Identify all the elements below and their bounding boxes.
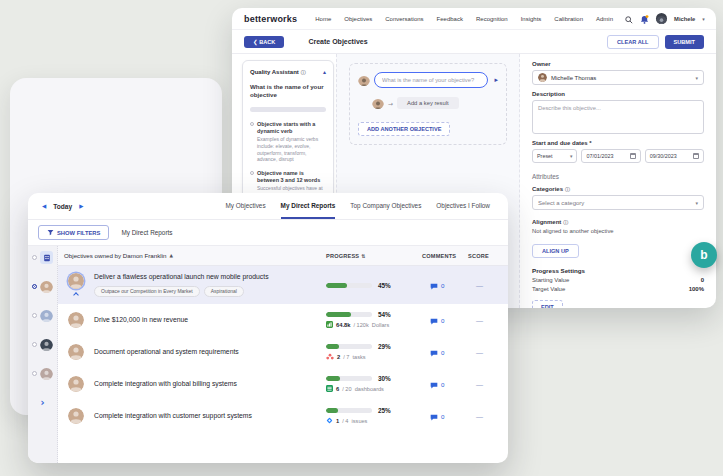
today-label[interactable]: Today bbox=[53, 203, 72, 210]
comment-count[interactable]: 0 bbox=[441, 282, 444, 289]
show-filters-button[interactable]: SHOW FILTERS bbox=[38, 225, 109, 240]
table-toolbar-filters: SHOW FILTERS My Direct Reports bbox=[28, 220, 508, 246]
objective-group: ▸ → Add a key result ADD ANOTHER OBJECTI… bbox=[349, 63, 507, 145]
comment-count[interactable]: 0 bbox=[441, 413, 444, 420]
company-icon bbox=[40, 251, 53, 264]
expand-rail-icon[interactable]: › bbox=[40, 398, 44, 408]
direct-reports-rail: › bbox=[28, 246, 58, 463]
metric-value: 2 bbox=[337, 354, 340, 360]
table-row[interactable]: Complete integration with customer suppo… bbox=[58, 400, 508, 432]
comment-count[interactable]: 0 bbox=[441, 381, 444, 388]
comment-bubble-icon bbox=[430, 343, 438, 361]
radio-button[interactable] bbox=[32, 284, 37, 289]
comments-cell[interactable]: 0 bbox=[422, 276, 468, 294]
owner-label: Owner bbox=[532, 61, 704, 67]
table-row[interactable]: Deliver a flawless operational launch ne… bbox=[58, 266, 508, 304]
user-name[interactable]: Michele bbox=[674, 16, 695, 22]
progress-bar bbox=[326, 376, 372, 381]
owner-select[interactable]: Michelle Thomas ▾ bbox=[532, 70, 704, 85]
user-avatar[interactable] bbox=[656, 13, 667, 24]
objective-tag[interactable]: Outpace our Competition in Every Market bbox=[94, 286, 200, 297]
person-avatar bbox=[40, 338, 53, 351]
sheets-dashboards-icon bbox=[326, 385, 333, 393]
comments-cell[interactable]: 0 bbox=[422, 375, 468, 393]
align-up-button[interactable]: ALIGN UP bbox=[532, 244, 579, 258]
check-circle-icon bbox=[250, 171, 254, 175]
nav-item-feedback[interactable]: Feedback bbox=[437, 16, 463, 22]
chevron-down-icon[interactable]: ▾ bbox=[702, 16, 705, 22]
submit-button[interactable]: SUBMIT bbox=[665, 35, 704, 49]
comments-cell[interactable]: 0 bbox=[422, 311, 468, 329]
radio-button[interactable] bbox=[32, 342, 37, 347]
table-body: › Objectives owned by Damon Franklin▲ PR… bbox=[28, 246, 508, 463]
nav-item-home[interactable]: Home bbox=[315, 16, 331, 22]
objective-title: Document operational and system requirem… bbox=[94, 348, 326, 357]
table-row[interactable]: Drive $120,000 in new revenue54%64.8k/ 1… bbox=[58, 304, 508, 336]
comments-cell[interactable]: 0 bbox=[422, 343, 468, 361]
rail-item-person-4[interactable] bbox=[32, 367, 53, 380]
comments-cell[interactable]: 0 bbox=[422, 407, 468, 425]
asana-tasks-icon bbox=[326, 353, 334, 361]
comment-count[interactable]: 0 bbox=[441, 317, 444, 324]
radio-button[interactable] bbox=[32, 255, 37, 260]
edit-progress-button[interactable]: EDIT bbox=[532, 300, 563, 308]
back-button[interactable]: ❮ BACK bbox=[244, 36, 284, 48]
alignment-label: Alignmentⓘ bbox=[532, 219, 704, 225]
progress-cell: 54%64.8k/ 120k Dollars bbox=[326, 311, 422, 329]
objective-name-input[interactable] bbox=[374, 72, 488, 88]
chat-widget-button[interactable]: b bbox=[691, 242, 717, 268]
categories-select[interactable]: Select a category ▾ bbox=[532, 195, 704, 210]
column-header-name[interactable]: Objectives owned by Damon Franklin▲ bbox=[64, 252, 326, 259]
start-date-field[interactable]: 07/01/2023 bbox=[581, 149, 640, 163]
tab-objectives-i-follow[interactable]: Objectives I Follow bbox=[436, 193, 490, 219]
comment-count[interactable]: 0 bbox=[441, 349, 444, 356]
nav-item-calibration[interactable]: Calibration bbox=[554, 16, 583, 22]
expand-objective-icon[interactable]: ▸ bbox=[494, 76, 498, 84]
date-preset-select[interactable]: Preset▾ bbox=[532, 149, 577, 163]
progress-setting-label: Target Value bbox=[532, 286, 565, 292]
rail-item-person-3[interactable] bbox=[32, 338, 53, 351]
date-nav: ◀ Today ▶ bbox=[42, 203, 83, 210]
table-row[interactable]: Document operational and system requirem… bbox=[58, 336, 508, 368]
nav-item-conversations[interactable]: Conversations bbox=[385, 16, 423, 22]
table-row[interactable]: Complete integration with global billing… bbox=[58, 368, 508, 400]
metric-value: 6 bbox=[336, 386, 339, 392]
progress-bar-line: 45% bbox=[326, 282, 422, 289]
due-date-field[interactable]: 09/30/2023 bbox=[645, 149, 704, 163]
metric-value: 1 bbox=[336, 418, 339, 424]
collapse-icon[interactable]: ▴ bbox=[323, 68, 326, 75]
nav-item-objectives[interactable]: Objectives bbox=[344, 16, 372, 22]
collapse-row-icon[interactable] bbox=[73, 292, 79, 298]
page-header-actions: CLEAR ALL SUBMIT bbox=[607, 35, 704, 49]
tab-top-company-objectives[interactable]: Top Company Objectives bbox=[350, 193, 421, 219]
description-textarea[interactable]: Describe this objective... bbox=[532, 100, 704, 134]
progress-bar-fill bbox=[326, 344, 339, 349]
bell-icon[interactable] bbox=[640, 10, 649, 28]
search-icon[interactable] bbox=[625, 10, 633, 28]
radio-button[interactable] bbox=[32, 313, 37, 318]
check-circle-icon bbox=[250, 122, 254, 126]
objective-tag[interactable]: Aspirational bbox=[204, 286, 244, 297]
clear-all-button[interactable]: CLEAR ALL bbox=[607, 35, 659, 49]
previous-period-icon[interactable]: ◀ bbox=[42, 203, 46, 209]
radio-button[interactable] bbox=[32, 371, 37, 376]
rail-item-person-1[interactable] bbox=[32, 280, 53, 293]
row-avatar-cell bbox=[64, 376, 88, 392]
dates-label: Start and due dates * bbox=[532, 140, 704, 146]
progress-bar bbox=[326, 312, 372, 317]
rail-item-company[interactable] bbox=[32, 251, 53, 264]
nav-item-recognition[interactable]: Recognition bbox=[476, 16, 508, 22]
next-period-icon[interactable]: ▶ bbox=[79, 203, 83, 209]
nav-item-admin[interactable]: Admin bbox=[596, 16, 613, 22]
rail-item-person-2[interactable] bbox=[32, 309, 53, 322]
calendar-icon bbox=[693, 153, 699, 159]
tab-my-direct-reports[interactable]: My Direct Reports bbox=[281, 193, 336, 219]
add-key-result-button[interactable]: Add a key result bbox=[397, 97, 459, 109]
progress-setting-row: Starting Value0 bbox=[532, 277, 704, 283]
person-avatar bbox=[40, 280, 53, 293]
progress-percent: 29% bbox=[378, 343, 391, 350]
tab-my-objectives[interactable]: My Objectives bbox=[225, 193, 265, 219]
column-header-progress[interactable]: PROGRESS⇅ bbox=[326, 253, 422, 259]
nav-item-insights[interactable]: Insights bbox=[521, 16, 542, 22]
add-another-objective-button[interactable]: ADD ANOTHER OBJECTIVE bbox=[358, 122, 450, 136]
